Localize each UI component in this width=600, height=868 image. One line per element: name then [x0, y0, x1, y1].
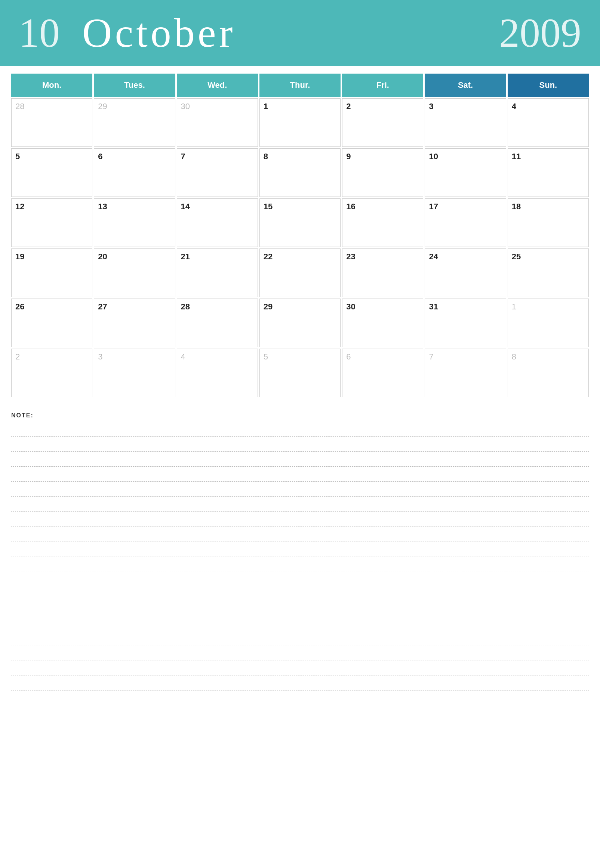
day-number: 3 — [98, 352, 102, 361]
day-header-tues: Tues. — [94, 74, 175, 97]
day-number: 4 — [181, 352, 185, 361]
notes-line[interactable] — [11, 482, 589, 497]
calendar-cell[interactable]: 2 — [342, 98, 423, 147]
day-number: 20 — [98, 252, 107, 261]
day-number: 13 — [98, 202, 107, 211]
day-number: 3 — [429, 101, 433, 111]
calendar-cell[interactable]: 3 — [94, 349, 175, 397]
day-number: 22 — [264, 252, 273, 261]
calendar-container: Mon.Tues.Wed.Thur.Fri.Sat.Sun. 282930123… — [0, 66, 600, 401]
notes-line[interactable] — [11, 422, 589, 437]
calendar-cell[interactable]: 4 — [508, 98, 589, 147]
day-number: 11 — [512, 152, 521, 161]
notes-lines — [11, 422, 589, 691]
calendar-cell[interactable]: 25 — [508, 248, 589, 297]
calendar-cell[interactable]: 6 — [94, 148, 175, 197]
notes-line[interactable] — [11, 497, 589, 511]
notes-line[interactable] — [11, 556, 589, 571]
calendar-cell[interactable]: 24 — [425, 248, 506, 297]
year: 2009 — [499, 9, 581, 57]
day-number: 12 — [15, 202, 24, 211]
notes-section: NOTE: — [0, 401, 600, 691]
notes-line[interactable] — [11, 526, 589, 541]
day-header-wed: Wed. — [177, 74, 258, 97]
calendar-cell[interactable]: 29 — [259, 299, 341, 347]
calendar-cell[interactable]: 31 — [425, 299, 506, 347]
notes-line[interactable] — [11, 511, 589, 526]
calendar-cell[interactable]: 7 — [425, 349, 506, 397]
day-number: 16 — [346, 202, 355, 211]
day-number: 30 — [346, 302, 355, 311]
calendar-cell[interactable]: 13 — [94, 198, 175, 247]
notes-line[interactable] — [11, 452, 589, 467]
calendar-cell[interactable]: 1 — [508, 299, 589, 347]
notes-line[interactable] — [11, 676, 589, 691]
day-number: 8 — [512, 352, 516, 361]
calendar-cell[interactable]: 29 — [94, 98, 175, 147]
notes-label: NOTE: — [11, 412, 589, 419]
day-number: 9 — [346, 152, 351, 161]
month-number: 10 — [19, 9, 60, 57]
day-number: 23 — [346, 252, 355, 261]
calendar-cell[interactable]: 8 — [259, 148, 341, 197]
calendar-cell[interactable]: 12 — [11, 198, 92, 247]
day-number: 25 — [512, 252, 521, 261]
day-number: 2 — [15, 352, 20, 361]
calendar-cell[interactable]: 19 — [11, 248, 92, 297]
day-number: 15 — [264, 202, 273, 211]
calendar-cell[interactable]: 14 — [177, 198, 258, 247]
day-number: 2 — [346, 101, 351, 111]
calendar-cell[interactable]: 6 — [342, 349, 423, 397]
calendar-cell[interactable]: 28 — [11, 98, 92, 147]
calendar-cell[interactable]: 16 — [342, 198, 423, 247]
day-number: 24 — [429, 252, 438, 261]
calendar-cell[interactable]: 27 — [94, 299, 175, 347]
day-number: 7 — [181, 152, 185, 161]
day-number: 5 — [15, 152, 20, 161]
calendar-cell[interactable]: 10 — [425, 148, 506, 197]
day-number: 29 — [264, 302, 273, 311]
day-number: 10 — [429, 152, 438, 161]
calendar-cell[interactable]: 30 — [342, 299, 423, 347]
calendar-cell[interactable]: 15 — [259, 198, 341, 247]
day-header-thur: Thur. — [259, 74, 341, 97]
calendar-cell[interactable]: 22 — [259, 248, 341, 297]
notes-line[interactable] — [11, 467, 589, 482]
calendar-cell[interactable]: 11 — [508, 148, 589, 197]
calendar-cell[interactable]: 17 — [425, 198, 506, 247]
notes-line[interactable] — [11, 601, 589, 616]
calendar-cell[interactable]: 9 — [342, 148, 423, 197]
month-name: October — [82, 9, 499, 57]
day-number: 8 — [264, 152, 268, 161]
calendar-cell[interactable]: 5 — [11, 148, 92, 197]
calendar-cell[interactable]: 4 — [177, 349, 258, 397]
calendar-cell[interactable]: 7 — [177, 148, 258, 197]
notes-line[interactable] — [11, 571, 589, 586]
calendar-cell[interactable]: 26 — [11, 299, 92, 347]
day-number: 18 — [512, 202, 521, 211]
day-number: 6 — [346, 352, 351, 361]
calendar-cell[interactable]: 1 — [259, 98, 341, 147]
calendar-cell[interactable]: 23 — [342, 248, 423, 297]
calendar-cell[interactable]: 28 — [177, 299, 258, 347]
calendar-cell[interactable]: 8 — [508, 349, 589, 397]
notes-line[interactable] — [11, 541, 589, 556]
notes-line[interactable] — [11, 646, 589, 661]
day-number: 19 — [15, 252, 24, 261]
calendar-cell[interactable]: 2 — [11, 349, 92, 397]
notes-line[interactable] — [11, 586, 589, 601]
calendar-cell[interactable]: 30 — [177, 98, 258, 147]
day-number: 29 — [98, 101, 107, 111]
notes-line[interactable] — [11, 437, 589, 452]
calendar-grid: 2829301234567891011121314151617181920212… — [11, 98, 589, 397]
notes-line[interactable] — [11, 661, 589, 676]
calendar-cell[interactable]: 18 — [508, 198, 589, 247]
calendar-cell[interactable]: 21 — [177, 248, 258, 297]
day-number: 30 — [181, 101, 190, 111]
calendar-cell[interactable]: 3 — [425, 98, 506, 147]
day-number: 26 — [15, 302, 24, 311]
notes-line[interactable] — [11, 616, 589, 631]
calendar-cell[interactable]: 20 — [94, 248, 175, 297]
calendar-cell[interactable]: 5 — [259, 349, 341, 397]
notes-line[interactable] — [11, 631, 589, 646]
